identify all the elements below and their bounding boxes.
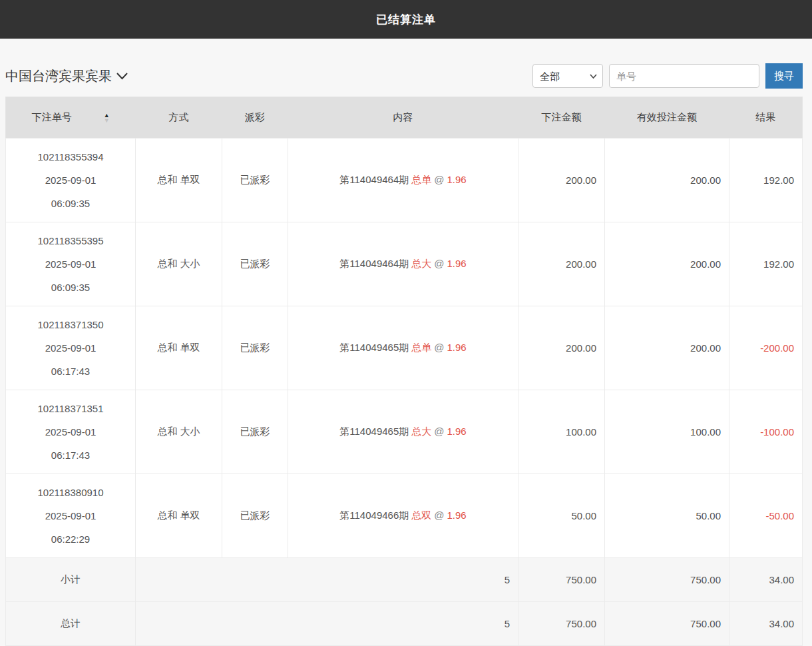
bet-amount-cell: 50.00 [518,474,605,558]
result-cell: -100.00 [729,390,803,474]
method-cell: 总和 单双 [136,306,222,390]
method-cell: 总和 大小 [136,222,222,306]
order-number-input[interactable] [609,64,759,88]
table-row: 102118355394 2025-09-01 06:09:35 总和 单双 已… [6,139,803,222]
payout-cell: 已派彩 [222,222,288,306]
bet-id-cell: 102118371350 2025-09-01 06:17:43 [6,306,136,390]
odds: 1.96 [447,426,467,437]
result-cell: 192.00 [729,222,803,306]
period: 第114049466期 [339,509,409,521]
valid-amount-cell: 200.00 [605,222,729,306]
at-sign: @ [434,426,444,437]
bet-id: 102118371350 [7,313,134,336]
game-name: 中国台湾宾果宾果 [5,67,112,85]
period: 第114049464期 [339,174,409,185]
column-header-bet-amount: 下注金额 [518,97,605,139]
bet-id: 102118355395 [7,229,134,252]
bet-time: 06:17:43 [7,360,134,383]
bet-amount-cell: 200.00 [518,139,605,222]
page-title: 已结算注单 [376,12,436,27]
bet-time: 06:09:35 [7,276,134,299]
game-selector[interactable]: 中国台湾宾果宾果 [5,67,128,85]
pick: 总大 [411,258,431,269]
payout-cell: 已派彩 [222,390,288,474]
subtotal-valid-amount: 750.00 [605,558,729,602]
bet-id-cell: 102118371351 2025-09-01 06:17:43 [6,390,136,474]
content-cell: 第114049464期总单@1.96 [288,139,518,222]
at-sign: @ [434,509,444,521]
valid-amount-cell: 100.00 [605,390,729,474]
filter-controls: 全部 搜寻 [532,63,803,89]
content-cell: 第114049466期总双@1.96 [288,474,518,558]
subtotal-row: 小计 5 750.00 750.00 34.00 [6,558,803,602]
result-cell: -50.00 [729,474,803,558]
pick: 总单 [411,342,431,353]
bet-date: 2025-09-01 [7,420,134,444]
content-cell: 第114049465期总大@1.96 [288,390,518,474]
method-cell: 总和 大小 [136,390,222,474]
bet-date: 2025-09-01 [7,504,134,527]
at-sign: @ [434,342,444,353]
pick: 总双 [411,509,431,521]
bet-date: 2025-09-01 [7,168,134,192]
bet-amount-cell: 100.00 [518,390,605,474]
bet-time: 06:09:35 [7,192,134,215]
payout-cell: 已派彩 [222,139,288,222]
bet-id: 102118380910 [7,481,134,504]
result-cell: 192.00 [729,139,803,222]
at-sign: @ [434,258,444,269]
column-header-method: 方式 [136,97,222,139]
subtotal-bet-amount: 750.00 [518,558,605,602]
bet-amount-cell: 200.00 [518,222,605,306]
pick: 总单 [411,174,431,185]
status-select[interactable]: 全部 [533,65,602,87]
odds: 1.96 [447,342,467,353]
column-header-content: 内容 [288,97,518,139]
total-label: 总计 [6,602,136,646]
valid-amount-cell: 200.00 [605,306,729,390]
bet-id-cell: 102118355395 2025-09-01 06:09:35 [6,222,136,306]
sort-desc-icon: ▼ [104,118,110,123]
odds: 1.96 [447,509,467,521]
status-select-wrap: 全部 [532,64,603,88]
bet-id-cell: 102118380910 2025-09-01 06:22:29 [6,474,136,558]
total-valid-amount: 750.00 [605,602,729,646]
subtotal-count: 5 [136,558,518,602]
bet-date: 2025-09-01 [7,336,134,360]
bet-id: 102118371351 [7,397,134,420]
content-cell: 第114049464期总大@1.96 [288,222,518,306]
total-bet-amount: 750.00 [518,602,605,646]
chevron-down-icon [116,73,128,80]
filter-row: 中国台湾宾果宾果 全部 搜寻 [5,63,803,89]
total-row: 总计 5 750.00 750.00 34.00 [6,602,803,646]
table-row: 102118371351 2025-09-01 06:17:43 总和 大小 已… [6,390,803,474]
bet-time: 06:22:29 [7,527,134,551]
pick: 总大 [411,426,431,437]
period: 第114049464期 [339,258,409,269]
bet-id: 102118355394 [7,145,134,168]
period: 第114049465期 [339,426,409,437]
bet-date: 2025-09-01 [7,252,134,276]
content-cell: 第114049465期总单@1.96 [288,306,518,390]
bet-id-cell: 102118355394 2025-09-01 06:09:35 [6,139,136,222]
bet-time: 06:17:43 [7,444,134,467]
table-row: 102118380910 2025-09-01 06:22:29 总和 单双 已… [6,474,803,558]
bet-amount-cell: 200.00 [518,306,605,390]
valid-amount-cell: 50.00 [605,474,729,558]
table-row: 102118371350 2025-09-01 06:17:43 总和 单双 已… [6,306,803,390]
payout-cell: 已派彩 [222,474,288,558]
search-button[interactable]: 搜寻 [765,63,803,89]
period: 第114049465期 [339,342,409,353]
title-bar: 已结算注单 [0,0,812,39]
valid-amount-cell: 200.00 [605,139,729,222]
column-header-payout: 派彩 [222,97,288,139]
table-row: 102118355395 2025-09-01 06:09:35 总和 大小 已… [6,222,803,306]
payout-cell: 已派彩 [222,306,288,390]
column-header-bet-id[interactable]: 下注单号 ▲ ▼ [6,97,136,139]
method-cell: 总和 单双 [136,474,222,558]
at-sign: @ [434,174,444,185]
settled-bets-table: 下注单号 ▲ ▼ 方式 派彩 内容 下注金额 有效投注金额 结果 1021183… [5,97,803,646]
method-cell: 总和 单双 [136,139,222,222]
sort-icons: ▲ ▼ [104,113,110,123]
total-result: 34.00 [729,602,803,646]
